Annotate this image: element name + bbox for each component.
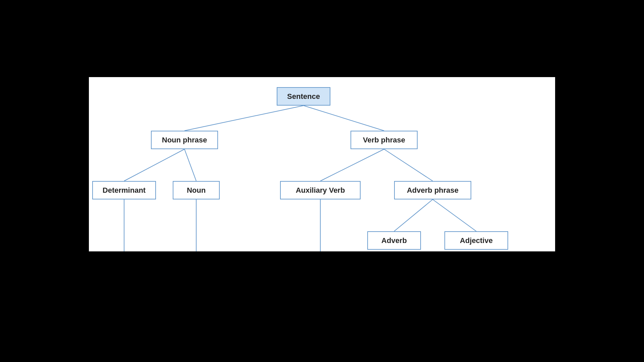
svg-line-5 xyxy=(384,149,433,181)
node-adverb_phrase: Adverb phrase xyxy=(394,181,471,199)
node-noun: Noun xyxy=(173,181,220,199)
svg-line-6 xyxy=(394,199,433,231)
node-noun_phrase: Noun phrase xyxy=(151,131,218,149)
node-adjective: Adjective xyxy=(444,231,508,250)
node-sentence: Sentence xyxy=(277,87,330,106)
svg-line-7 xyxy=(433,199,476,231)
svg-line-4 xyxy=(320,149,384,181)
node-adverb: Adverb xyxy=(367,231,421,250)
node-auxiliary_verb: Auxiliary Verb xyxy=(280,181,361,199)
svg-line-1 xyxy=(304,106,384,131)
svg-line-3 xyxy=(184,149,196,181)
node-verb_phrase: Verb phrase xyxy=(351,131,418,149)
diagram-container: SentenceNoun phraseVerb phraseDeterminan… xyxy=(89,77,555,251)
node-determinant: Determinant xyxy=(92,181,156,199)
svg-line-0 xyxy=(184,106,304,131)
svg-line-2 xyxy=(124,149,184,181)
